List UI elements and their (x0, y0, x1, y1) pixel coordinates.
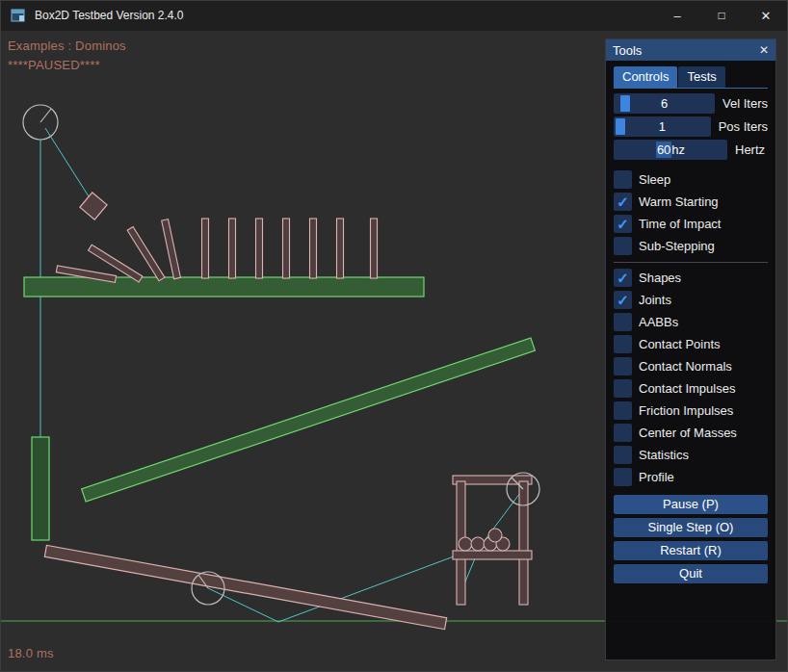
checkbox-label: Profile (639, 470, 674, 484)
pendulum-bob (80, 193, 107, 220)
checkbox-center-of-masses[interactable]: Center of Masses (614, 422, 768, 444)
tools-titlebar[interactable]: Tools ✕ (606, 39, 775, 61)
tools-panel: Tools ✕ Controls Tests 6 Vel Iters 1 Pos… (605, 39, 776, 660)
checkbox-box[interactable] (614, 193, 632, 211)
checkbox-contact-impulses[interactable]: Contact Impulses (614, 377, 768, 400)
hertz-row: 60 hz Hertz (614, 140, 768, 160)
checkbox-statistics[interactable]: Statistics (614, 444, 768, 466)
hertz-suffix: hz (671, 142, 685, 157)
checkbox-box[interactable] (614, 215, 632, 233)
separator (614, 262, 768, 263)
checkbox-box[interactable] (614, 291, 632, 309)
hertz-value: 60 hz (614, 140, 727, 160)
restart-button[interactable]: Restart (R) (614, 541, 768, 560)
checkbox-label: Time of Impact (639, 217, 721, 231)
checkbox-label: Sleep (639, 172, 670, 187)
tabbar: Controls Tests (614, 65, 768, 89)
maximize-button[interactable]: □ (699, 0, 744, 31)
pendulum-circle (23, 105, 58, 140)
tab-tests[interactable]: Tests (678, 66, 724, 88)
minimize-button[interactable]: – (655, 0, 699, 31)
single-step-button[interactable]: Single Step (O) (614, 518, 768, 537)
vertical-post (32, 437, 49, 540)
checkbox-label: Contact Normals (639, 359, 732, 374)
shelf-balls (459, 529, 510, 551)
checkbox-box[interactable] (614, 446, 632, 464)
checkbox-box[interactable] (614, 468, 632, 486)
pos-iters-slider[interactable]: 1 (614, 116, 711, 137)
checkbox-label: Joints (639, 293, 671, 307)
hertz-selected-text: 60 (656, 142, 671, 158)
vel-iters-label: Vel Iters (722, 96, 768, 111)
tab-controls[interactable]: Controls (614, 66, 677, 88)
app-icon (11, 8, 26, 23)
checkbox-box[interactable] (614, 357, 632, 375)
vel-iters-slider[interactable]: 6 (614, 93, 715, 114)
checkbox-sub-stepping[interactable]: Sub-Stepping (614, 235, 768, 257)
checkbox-shapes[interactable]: Shapes (614, 267, 768, 289)
paused-label: ****PAUSED**** (8, 58, 100, 72)
tools-close-icon[interactable]: ✕ (759, 43, 769, 57)
checkbox-box[interactable] (614, 269, 632, 287)
checkbox-label: Contact Impulses (639, 381, 735, 396)
checkbox-label: AABBs (639, 315, 678, 329)
platform (24, 277, 424, 297)
pos-iters-row: 1 Pos Iters (614, 116, 768, 137)
dominoes (56, 219, 377, 282)
checkbox-contact-normals[interactable]: Contact Normals (614, 355, 768, 377)
pos-iters-value: 1 (614, 116, 711, 137)
checkbox-warm-starting[interactable]: Warm Starting (614, 191, 768, 213)
checkbox-joints[interactable]: Joints (614, 289, 768, 311)
frame-time-label: 18.0 ms (8, 646, 54, 660)
checkbox-label: Warm Starting (639, 194, 719, 209)
button-stack: Pause (P) Single Step (O) Restart (R) Qu… (614, 495, 768, 583)
checkbox-box[interactable] (614, 335, 632, 353)
checkbox-box[interactable] (614, 170, 632, 189)
checkbox-time-of-impact[interactable]: Time of Impact (614, 213, 768, 235)
checkbox-box[interactable] (614, 237, 632, 255)
pause-button[interactable]: Pause (P) (614, 495, 768, 514)
tools-title: Tools (613, 43, 642, 58)
bottom-plank (44, 545, 446, 629)
checkbox-sleep[interactable]: Sleep (614, 168, 768, 191)
close-button[interactable]: ✕ (744, 0, 788, 31)
checkbox-label: Shapes (639, 271, 681, 285)
checkbox-box[interactable] (614, 424, 632, 442)
checkbox-label: Sub-Stepping (639, 239, 715, 253)
pos-iters-label: Pos Iters (719, 119, 768, 134)
checkbox-friction-impulses[interactable]: Friction Impulses (614, 400, 768, 422)
checkbox-box[interactable] (614, 401, 632, 420)
checkbox-aabbs[interactable]: AABBs (614, 311, 768, 333)
window-title: Box2D Testbed Version 2.4.0 (35, 9, 184, 22)
checkbox-profile[interactable]: Profile (614, 466, 768, 488)
checkbox-label: Statistics (639, 448, 689, 462)
checkbox-label: Contact Points (639, 337, 721, 351)
vel-iters-value: 6 (614, 93, 715, 114)
hertz-label: Hertz (735, 142, 765, 157)
checkbox-box[interactable] (614, 313, 632, 331)
example-label: Examples : Dominos (8, 39, 126, 53)
quit-button[interactable]: Quit (614, 564, 768, 583)
hertz-input[interactable]: 60 hz (614, 140, 727, 160)
checkbox-label: Center of Masses (639, 426, 737, 440)
checkbox-box[interactable] (614, 379, 632, 398)
titlebar: Box2D Testbed Version 2.4.0 – □ ✕ (0, 0, 788, 31)
checkbox-contact-points[interactable]: Contact Points (614, 333, 768, 355)
vel-iters-row: 6 Vel Iters (614, 93, 768, 114)
checkbox-label: Friction Impulses (639, 403, 733, 418)
draw-checkboxes: Shapes Joints AABBs Contact Points Conta… (614, 267, 768, 488)
simulation-checkboxes: Sleep Warm Starting Time of Impact Sub-S… (614, 168, 768, 257)
